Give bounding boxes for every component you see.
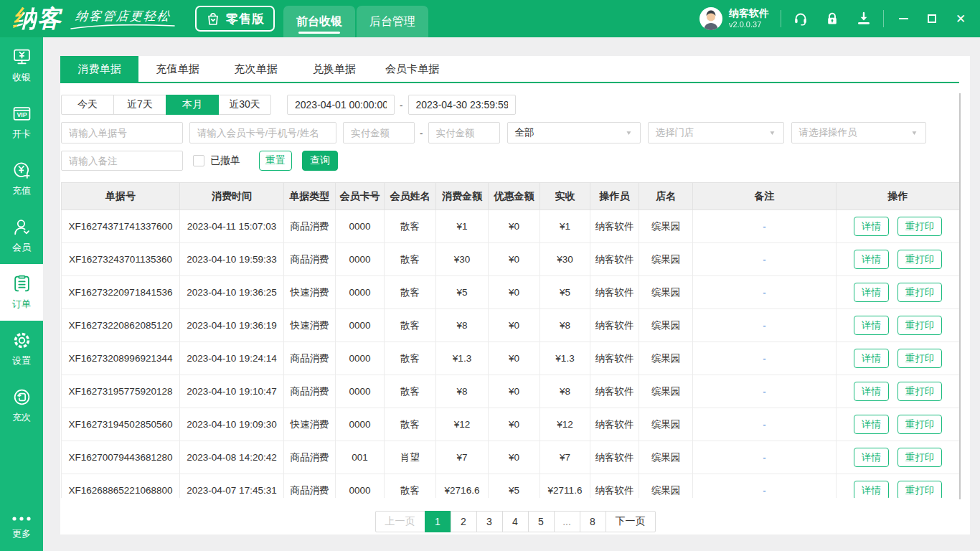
cell-time: 2023-04-10 19:24:14 (180, 342, 284, 375)
page-button-1[interactable]: 1 (425, 511, 451, 532)
table-row: XF16273220862085120 2023-04-10 19:36:19 … (62, 309, 960, 342)
reset-button[interactable]: 重置 (259, 151, 292, 171)
cell-note: - (693, 276, 837, 309)
sidebar-item-label: 充值 (12, 184, 31, 197)
store-select-placeholder: 选择门店 (656, 126, 694, 139)
sidebar-item-settings[interactable]: 设置 (0, 321, 43, 377)
sidebar-item-open-card[interactable]: VIP 开卡 (0, 94, 43, 151)
amount-min-input[interactable] (343, 122, 415, 143)
cell-paid: ¥8 (540, 375, 590, 408)
reprint-button[interactable]: 重打印 (897, 382, 943, 401)
cell-member: 散客 (385, 243, 436, 276)
tab-consumption-orders[interactable]: 消费单据 (60, 56, 138, 82)
tab-label: 充次单据 (235, 62, 278, 76)
note-input[interactable] (61, 151, 183, 171)
detail-button[interactable]: 详情 (854, 448, 889, 467)
cell-order-no: XF16274371741337600 (62, 210, 180, 243)
maximize-button[interactable] (927, 14, 937, 24)
page-ellipsis[interactable]: ... (554, 511, 580, 532)
page-button-5[interactable]: 5 (528, 511, 555, 532)
date-to-input[interactable] (408, 95, 516, 115)
order-no-input[interactable] (61, 122, 183, 143)
reprint-button[interactable]: 重打印 (897, 250, 943, 269)
voided-checkbox[interactable] (193, 155, 204, 166)
minimize-button[interactable] (898, 14, 908, 24)
cell-operator: 纳客软件 (590, 375, 639, 408)
logo-char-na: 纳 (13, 5, 37, 32)
sidebar-item-cashier[interactable]: 收银 (0, 37, 43, 94)
store-select[interactable]: 选择门店 ▼ (648, 122, 784, 143)
sidebar-item-label: 设置 (12, 354, 31, 367)
sidebar-item-recharge[interactable]: 充值 (0, 151, 43, 207)
nav-tab-back-management[interactable]: 后台管理 (357, 6, 428, 37)
cell-note: - (693, 474, 837, 499)
member-search-input[interactable] (189, 122, 336, 143)
col-order-no: 单据号 (62, 183, 180, 210)
cell-discount: ¥0 (489, 210, 540, 243)
order-type-select[interactable]: 全部 ▼ (507, 122, 641, 143)
reprint-button[interactable]: 重打印 (897, 349, 943, 368)
sidebar-item-refill-times[interactable]: 充次 (0, 377, 43, 434)
page-button-3[interactable]: 3 (476, 511, 503, 532)
cell-member: 散客 (385, 210, 436, 243)
tab-label: 会员卡单据 (385, 62, 439, 76)
reprint-button[interactable]: 重打印 (897, 283, 943, 302)
range-label: 近30天 (229, 98, 260, 111)
operator-select[interactable]: 请选择操作员 ▼ (791, 122, 926, 143)
reprint-button[interactable]: 重打印 (897, 415, 943, 434)
slogan-text: 纳客管店更轻松 (74, 8, 171, 24)
page-button-4[interactable]: 4 (502, 511, 529, 532)
reprint-button[interactable]: 重打印 (897, 316, 943, 335)
tab-member-card-orders[interactable]: 会员卡单据 (373, 56, 451, 82)
table-row: XF16273195775920128 2023-04-10 19:10:47 … (62, 375, 960, 408)
lock-icon[interactable] (824, 11, 840, 27)
amount-max-input[interactable] (428, 122, 500, 143)
prev-page-button[interactable]: 上一页 (375, 511, 425, 532)
cell-note: - (693, 441, 837, 474)
chevron-down-icon: ▼ (911, 129, 918, 136)
tab-exchange-orders[interactable]: 兑换单据 (295, 56, 373, 82)
sidebar-item-orders[interactable]: 订单 (0, 264, 43, 321)
cell-operator: 纳客软件 (590, 474, 639, 499)
cell-discount: ¥0 (489, 309, 540, 342)
detail-button[interactable]: 详情 (854, 349, 889, 368)
reprint-button[interactable]: 重打印 (897, 481, 943, 498)
page-button-2[interactable]: 2 (451, 511, 477, 532)
vertical-scrollbar[interactable] (959, 93, 961, 499)
range-this-month-button[interactable]: 本月 (166, 95, 219, 115)
sidebar-item-member[interactable]: 会员 (0, 207, 43, 264)
detail-button[interactable]: 详情 (854, 316, 889, 335)
tab-label: 充值单据 (156, 62, 199, 76)
range-7days-button[interactable]: 近7天 (113, 95, 166, 115)
cell-type: 快速消费 (284, 276, 336, 309)
download-icon[interactable] (856, 11, 872, 27)
close-button[interactable]: ✕ (956, 14, 966, 24)
detail-button[interactable]: 详情 (854, 250, 889, 269)
search-button[interactable]: 查询 (302, 151, 338, 171)
table-row: XF16268865221068800 2023-04-07 17:45:31 … (62, 474, 960, 499)
voided-checkbox-label: 已撤单 (210, 154, 240, 167)
reprint-button[interactable]: 重打印 (897, 217, 943, 236)
tab-recharge-orders[interactable]: 充值单据 (138, 56, 217, 82)
reprint-button[interactable]: 重打印 (897, 448, 943, 467)
page-button-8[interactable]: 8 (580, 511, 606, 532)
date-from-input[interactable] (287, 95, 395, 115)
range-30days-button[interactable]: 近30天 (218, 95, 271, 115)
nav-tab-label: 前台收银 (296, 14, 342, 29)
next-page-button[interactable]: 下一页 (606, 511, 656, 532)
detail-button[interactable]: 详情 (854, 481, 889, 498)
tab-refill-orders[interactable]: 充次单据 (217, 56, 295, 82)
detail-button[interactable]: 详情 (854, 382, 889, 401)
cell-type: 商品消费 (284, 243, 336, 276)
range-today-button[interactable]: 今天 (61, 95, 114, 115)
sidebar-item-more[interactable]: 更多 (0, 504, 43, 551)
detail-button[interactable]: 详情 (854, 415, 889, 434)
user-info[interactable]: 纳客软件 v2.0.0.37 (699, 6, 769, 31)
detail-button[interactable]: 详情 (854, 283, 889, 302)
detail-button[interactable]: 详情 (854, 217, 889, 236)
customer-service-icon[interactable] (793, 11, 809, 27)
nav-tab-front-cashier[interactable]: 前台收银 (283, 6, 355, 37)
table-row: XF16273220971841536 2023-04-10 19:36:25 … (62, 276, 960, 309)
content-panel: 消费单据 充值单据 充次单据 兑换单据 会员卡单据 今天 近7天 本月 近30天… (60, 56, 970, 534)
chevron-down-icon: ▼ (626, 129, 633, 136)
